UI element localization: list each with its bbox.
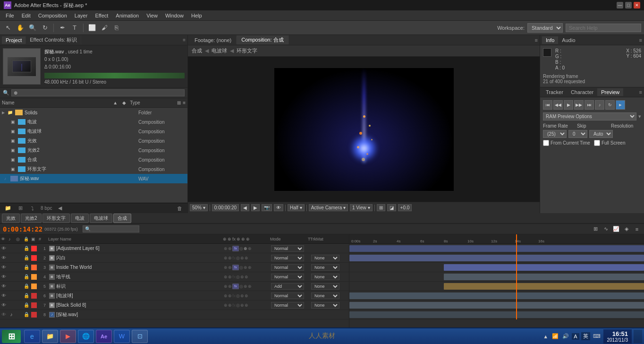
l6-sw3[interactable]: ◎ [236, 293, 240, 298]
clock[interactable]: 16:51 2012/11/3 [603, 329, 632, 344]
comp-pill-guangxiao2[interactable]: 光效2 [21, 214, 42, 223]
taskbar-browser[interactable]: 🌐 [78, 330, 94, 343]
l2-sw1[interactable]: ⊕ [224, 256, 228, 260]
new-comp-icon[interactable]: ⊞ [16, 204, 25, 213]
comp-pill-dianlang[interactable]: 电波 [71, 214, 89, 223]
l6-fx[interactable]: fx [232, 293, 236, 298]
frame-nav-right[interactable]: ▶ [251, 204, 260, 211]
l1-fx[interactable]: fx [232, 246, 239, 251]
tab-preview[interactable]: Preview [597, 88, 623, 96]
next-frame-btn[interactable]: ▶▶ [574, 100, 584, 110]
project-item-guangxiao[interactable]: ▣ 光效 Composition [0, 136, 187, 146]
menu-help[interactable]: Help [187, 12, 206, 19]
tab-tracker[interactable]: Tracker [542, 88, 567, 96]
layer-row-3[interactable]: 👁 🔒 3 ▣ Inside The World ⊕ ⊕ fx ◎ ⊕ ⊕ [0, 263, 349, 272]
l7-sw3[interactable]: ◎ [236, 303, 240, 308]
ime-icon[interactable]: A [572, 333, 579, 340]
l5-sw4[interactable]: ⊕ [248, 284, 252, 289]
pen-tool[interactable]: ✒ [57, 23, 68, 33]
l5-eye[interactable]: 👁 [0, 284, 8, 289]
project-item-hecheng[interactable]: ▣ 合成 Composition [0, 155, 187, 164]
zoom-control[interactable]: 50% ▾ [190, 204, 208, 211]
go-to-end-btn[interactable]: ⏭ [585, 100, 594, 110]
comp-pill-dianlangqiu[interactable]: 电波球 [90, 214, 112, 223]
l6-lock[interactable]: 🔒 [23, 293, 30, 298]
l5-trkmat-select[interactable]: None [311, 283, 339, 290]
prev-frame-btn[interactable]: ◀◀ [553, 100, 563, 110]
tl-icon-curves[interactable]: ∿ [602, 225, 610, 233]
list-sort-icon[interactable]: ⊞ [177, 100, 181, 105]
list-menu-icon[interactable]: ≡ [183, 100, 186, 105]
l5-mode-select[interactable]: Add [271, 283, 304, 290]
l1-sw4[interactable]: ⊕ [248, 246, 252, 251]
maximize-button[interactable]: □ [625, 2, 632, 9]
timecode-display[interactable]: 0:00:00:20 [212, 204, 239, 211]
preview-panel-menu[interactable]: ≡ [639, 89, 642, 95]
clone-tool[interactable]: ⎘ [111, 23, 122, 33]
l2-motion[interactable]: ⊕ [240, 256, 244, 260]
l6-sw1[interactable]: ⊕ [224, 293, 228, 298]
l7-sw1[interactable]: ⊕ [224, 303, 228, 308]
l6-motion[interactable]: ⊕ [240, 293, 244, 298]
l3-motion[interactable]: ⊕ [244, 265, 247, 270]
grid-btn[interactable]: ⊞ [377, 204, 385, 211]
l2-mode-select[interactable]: Normal [271, 255, 304, 261]
l4-sw4[interactable]: ⊕ [245, 275, 248, 279]
ime-icon2[interactable]: 英 [581, 332, 590, 340]
start-button[interactable]: ⊞ [2, 330, 21, 343]
comp-pill-huanxing[interactable]: 环形文字 [42, 214, 70, 223]
text-tool[interactable]: T [69, 23, 80, 33]
l4-eye[interactable]: 👁 [0, 274, 8, 279]
l5-motion[interactable]: ⊕ [244, 284, 247, 289]
comp-pill-hecheng[interactable]: 合成 [113, 214, 131, 223]
right-panel-menu[interactable]: ≡ [639, 37, 642, 43]
active-camera-select[interactable]: Active Camera ▾ [309, 204, 348, 211]
l8-eye[interactable]: 👁 [0, 312, 8, 317]
l2-fx[interactable]: fx [232, 256, 236, 260]
show-hide-btn[interactable]: 👁 [274, 204, 283, 211]
left-panel-close[interactable]: ≡ [183, 37, 186, 43]
layer-row-6[interactable]: 👁 🔒 6 ▣ [电波球] ⊕ ⊕ fx ◎ ⊕ ⊕ [0, 291, 349, 301]
project-item-dianlangqiu[interactable]: ▣ 电波球 Composition [0, 127, 187, 136]
l1-motion[interactable]: ⊕ [244, 246, 247, 251]
keyboard-icon[interactable]: ⌨ [592, 332, 602, 340]
tl-icon-motion[interactable]: ◈ [622, 225, 631, 233]
project-item-tami[interactable]: ♪ 探秘.wav WAV [0, 174, 187, 183]
project-search-input[interactable] [11, 89, 185, 96]
play-btn[interactable]: ▶ [564, 100, 573, 110]
brush-tool[interactable]: 🖌 [99, 23, 110, 33]
project-item-guangxiao2[interactable]: ▣ 光效2 Composition [0, 146, 187, 155]
project-item-huanxing[interactable]: ▣ 环形文字 Composition [0, 164, 187, 174]
new-folder-icon[interactable]: 📁 [4, 204, 12, 213]
network-icon[interactable]: 📶 [551, 332, 559, 340]
l1-sw2[interactable]: ⊕ [228, 246, 232, 251]
l1-mode-select[interactable]: Normal [271, 245, 304, 252]
tab-effect-controls[interactable]: Effect Controls: 标识 [26, 35, 81, 44]
l5-sw3[interactable]: ◎ [239, 284, 243, 289]
l3-lock[interactable]: 🔒 [23, 265, 30, 270]
breadcrumb-huanxing[interactable]: 环形文字 [237, 47, 257, 54]
ram-preview-select[interactable]: RAM Preview Options [543, 112, 636, 120]
l5-sw1[interactable]: ⊕ [224, 284, 228, 289]
l2-sw3[interactable]: ◎ [236, 256, 240, 260]
l4-mode-select[interactable]: Normal [271, 274, 304, 280]
layer-row-1[interactable]: 👁 🔒 1 ■ [Adjustment Layer 6] ⊕ ⊕ fx ◎ ⊕ … [0, 244, 349, 253]
taskbar-media[interactable]: ▶ [60, 330, 76, 343]
snapshot-btn[interactable]: 📷 [262, 204, 272, 211]
l7-motion[interactable]: ⊕ [240, 303, 244, 308]
sys-icon-1[interactable]: ▲ [542, 333, 549, 340]
l7-lock[interactable]: 🔒 [23, 302, 30, 308]
taskbar-word[interactable]: W [114, 330, 130, 343]
skip-input[interactable]: 0 [568, 130, 587, 138]
l6-sw4[interactable]: ⊕ [245, 293, 248, 298]
l4-trkmat-select[interactable]: None [311, 274, 339, 280]
transp-btn[interactable]: ◪ [387, 204, 396, 211]
layer-row-7[interactable]: 👁 🔒 7 ■ [Black Solid 8] ⊕ ⊕ fx ◎ ⊕ ⊕ [0, 301, 349, 310]
l7-sw2[interactable]: ⊕ [228, 303, 232, 308]
view-select[interactable]: 1 View ▾ [350, 204, 373, 211]
trash-icon[interactable]: 🗑 [175, 204, 184, 213]
layer-row-5[interactable]: 👁 🔒 5 ▣ 标识 ⊕ ⊕ fx ◎ ⊕ ⊕ [0, 282, 349, 291]
menu-edit[interactable]: Edit [18, 12, 34, 19]
tab-project[interactable]: Project [2, 36, 26, 44]
breadcrumb-dianlangqiu[interactable]: 电波球 [212, 47, 227, 54]
